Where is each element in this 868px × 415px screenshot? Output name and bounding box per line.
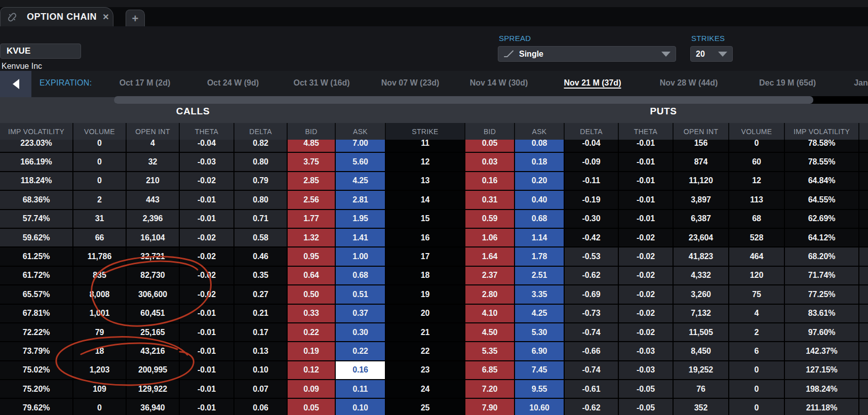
call-ask-cell-strike-14[interactable]: 2.81 (336, 191, 386, 209)
strikes-dropdown[interactable]: 20 (690, 46, 733, 62)
column-header-volume-13[interactable]: VOLUME (729, 123, 785, 140)
column-header-imp-volatility-14[interactable]: IMP VOLATILITY (785, 123, 859, 140)
column-header-delta-4[interactable]: DELTA (234, 123, 288, 140)
symbol-input[interactable]: KVUE (0, 44, 81, 59)
column-header-ask-6[interactable]: ASK (336, 123, 386, 140)
column-header-spacer (859, 123, 868, 140)
call-bid-cell-strike-24[interactable]: 0.09 (288, 380, 336, 398)
column-header-bid-8[interactable]: BID (465, 123, 515, 140)
call-bid-cell-strike-12[interactable]: 3.75 (288, 153, 336, 171)
put-ask-cell-strike-12[interactable]: 0.18 (515, 153, 565, 171)
column-header-row: IMP VOLATILITYVOLUMEOPEN INTTHETADELTABI… (0, 123, 868, 140)
put-bid-cell-strike-15[interactable]: 0.59 (465, 210, 515, 228)
call-ask-cell-strike-23[interactable]: 0.16 (336, 361, 386, 379)
put-bid-cell-strike-24[interactable]: 7.20 (465, 380, 515, 398)
put-bid-cell-strike-25[interactable]: 7.90 (465, 399, 515, 415)
call-ask-cell-strike-12[interactable]: 5.60 (336, 153, 386, 171)
put-bid-cell-strike-22[interactable]: 5.35 (465, 342, 515, 360)
call-bid-cell-strike-19[interactable]: 0.50 (288, 285, 336, 303)
tab-option-chain[interactable]: OPTION CHAIN ✕ (0, 7, 113, 26)
call-volume-cell-strike-14: 2 (73, 191, 127, 209)
expiration-item-jan[interactable]: Jan (854, 78, 868, 88)
column-header-volume-1[interactable]: VOLUME (73, 123, 127, 140)
put-ask-cell-strike-23[interactable]: 7.45 (515, 361, 565, 379)
expiration-item-dec-19-m-65d[interactable]: Dec 19 M (65d) (759, 78, 816, 88)
call-bid-cell-strike-21[interactable]: 0.22 (288, 323, 336, 341)
column-header-open-int-2[interactable]: OPEN INT (127, 123, 180, 140)
put-ask-cell-strike-24[interactable]: 9.55 (515, 380, 565, 398)
expiration-item-nov-28-w-44d[interactable]: Nov 28 W (44d) (660, 78, 718, 88)
column-header-strike-7[interactable]: STRIKE (386, 123, 465, 140)
call-bid-cell-strike-23[interactable]: 0.12 (288, 361, 336, 379)
expiration-item-oct-31-w-16d[interactable]: Oct 31 W (16d) (293, 78, 349, 88)
call-ask-cell-strike-24[interactable]: 0.11 (336, 380, 386, 398)
put-bid-cell-strike-13[interactable]: 0.16 (465, 172, 515, 190)
put-ask-cell-strike-11[interactable]: 0.08 (515, 140, 565, 152)
put-bid-cell-strike-20[interactable]: 4.10 (465, 305, 515, 322)
call-ask-cell-strike-22[interactable]: 0.22 (336, 342, 386, 360)
call-ask-cell-strike-18[interactable]: 0.68 (336, 267, 386, 284)
column-header-imp-volatility-0[interactable]: IMP VOLATILITY (0, 123, 73, 140)
put-ask-cell-strike-22[interactable]: 6.90 (515, 342, 565, 360)
put-bid-cell-strike-12[interactable]: 0.03 (465, 153, 515, 171)
call-bid-cell-strike-16[interactable]: 1.32 (288, 229, 336, 246)
call-bid-cell-strike-14[interactable]: 2.56 (288, 191, 336, 209)
call-volume-cell-strike-17: 11,786 (73, 247, 127, 265)
put-iv-cell-strike-16: 64.12% (785, 229, 859, 246)
call-bid-cell-strike-18[interactable]: 0.64 (288, 267, 336, 284)
put-ask-cell-strike-13[interactable]: 0.20 (515, 172, 565, 190)
call-ask-cell-strike-25[interactable]: 0.10 (336, 399, 386, 415)
put-bid-cell-strike-14[interactable]: 0.31 (465, 191, 515, 209)
put-ask-cell-strike-16[interactable]: 1.14 (515, 229, 565, 246)
column-header-open-int-12[interactable]: OPEN INT (674, 123, 729, 140)
column-header-delta-10[interactable]: DELTA (565, 123, 619, 140)
put-ask-cell-strike-15[interactable]: 0.68 (515, 210, 565, 228)
call-bid-cell-strike-11[interactable]: 4.85 (288, 140, 336, 152)
spread-dropdown[interactable]: Single (498, 46, 676, 62)
expiration-item-oct-24-w-9d[interactable]: Oct 24 W (9d) (207, 78, 259, 88)
expiration-item-nov-14-w-30d[interactable]: Nov 14 W (30d) (470, 78, 528, 88)
call-bid-cell-strike-13[interactable]: 2.85 (288, 172, 336, 190)
put-ask-cell-strike-19[interactable]: 3.35 (515, 285, 565, 303)
put-bid-cell-strike-23[interactable]: 6.85 (465, 361, 515, 379)
column-header-bid-5[interactable]: BID (288, 123, 336, 140)
expiration-item-oct-17-m-2d[interactable]: Oct 17 M (2d) (120, 78, 170, 88)
expiration-item-nov-21-m-37d[interactable]: Nov 21 M (37d) (564, 78, 621, 88)
strike-cell-strike-17: 17 (386, 247, 465, 265)
call-ask-cell-strike-16[interactable]: 1.41 (336, 229, 386, 246)
call-ask-cell-strike-17[interactable]: 1.00 (336, 247, 386, 265)
call-bid-cell-strike-22[interactable]: 0.19 (288, 342, 336, 360)
column-header-theta-11[interactable]: THETA (619, 123, 674, 140)
horizontal-scrollbar-track[interactable] (114, 96, 868, 104)
call-bid-cell-strike-17[interactable]: 0.95 (288, 247, 336, 265)
tab-close-icon[interactable]: ✕ (102, 12, 109, 22)
call-ask-cell-strike-13[interactable]: 4.25 (336, 172, 386, 190)
expiration-scroll-left-button[interactable] (0, 71, 31, 97)
put-bid-cell-strike-21[interactable]: 4.50 (465, 323, 515, 341)
column-header-ask-9[interactable]: ASK (515, 123, 565, 140)
put-ask-cell-strike-18[interactable]: 2.51 (515, 267, 565, 284)
expiration-item-nov-07-w-23d[interactable]: Nov 07 W (23d) (381, 78, 440, 88)
call-ask-cell-strike-20[interactable]: 0.37 (336, 305, 386, 322)
call-ask-cell-strike-11[interactable]: 7.00 (336, 140, 386, 152)
horizontal-scrollbar-thumb[interactable] (114, 96, 813, 104)
call-ask-cell-strike-15[interactable]: 1.95 (336, 210, 386, 228)
put-bid-cell-strike-16[interactable]: 1.06 (465, 229, 515, 246)
call-open-int-cell-strike-15: 2,396 (127, 210, 180, 228)
put-ask-cell-strike-14[interactable]: 0.40 (515, 191, 565, 209)
call-ask-cell-strike-21[interactable]: 0.30 (336, 323, 386, 341)
column-header-theta-3[interactable]: THETA (180, 123, 234, 140)
new-tab-button[interactable]: + (126, 10, 145, 27)
put-bid-cell-strike-19[interactable]: 2.80 (465, 285, 515, 303)
put-ask-cell-strike-17[interactable]: 1.78 (515, 247, 565, 265)
put-ask-cell-strike-21[interactable]: 5.30 (515, 323, 565, 341)
call-bid-cell-strike-25[interactable]: 0.05 (288, 399, 336, 415)
call-ask-cell-strike-19[interactable]: 0.51 (336, 285, 386, 303)
put-bid-cell-strike-17[interactable]: 1.64 (465, 247, 515, 265)
call-bid-cell-strike-15[interactable]: 1.77 (288, 210, 336, 228)
put-ask-cell-strike-25[interactable]: 10.60 (515, 399, 565, 415)
put-ask-cell-strike-20[interactable]: 4.25 (515, 305, 565, 322)
put-bid-cell-strike-11[interactable]: 0.05 (465, 140, 515, 152)
call-bid-cell-strike-20[interactable]: 0.33 (288, 305, 336, 322)
put-bid-cell-strike-18[interactable]: 2.37 (465, 267, 515, 284)
